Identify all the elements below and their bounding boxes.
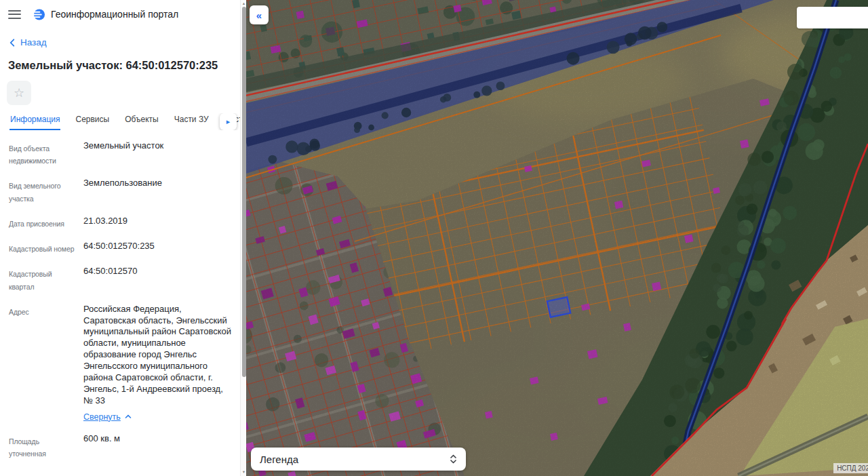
tab-objects[interactable]: Объекты	[124, 113, 159, 130]
field-row: Вид объекта недвижимости Земельный участ…	[0, 140, 240, 168]
field-row: Площадь уточненная 600 кв. м	[0, 433, 240, 461]
attributes-list: Вид объекта недвижимости Земельный участ…	[0, 140, 240, 476]
satellite-basemap	[246, 0, 868, 476]
chevron-up-down-icon	[450, 454, 457, 464]
back-label: Назад	[20, 37, 47, 47]
page-title: Земельный участок: 64:50:012570:235	[8, 59, 231, 72]
map-canvas[interactable]: « Легенда НСПД 202	[246, 0, 868, 476]
address-collapse-link[interactable]: Свернуть	[83, 412, 132, 422]
favorite-star-button[interactable]: ☆	[7, 81, 31, 105]
panel-collapse-button[interactable]: «	[250, 5, 269, 24]
scroll-down-icon[interactable]: ▼	[241, 470, 247, 474]
app-logo-icon	[33, 8, 45, 21]
menu-icon[interactable]	[8, 10, 21, 19]
field-row: Площадь декларированная -	[0, 471, 240, 476]
double-chevron-left-icon: «	[256, 9, 262, 21]
back-link[interactable]: Назад	[9, 37, 47, 47]
search-box[interactable]	[797, 7, 868, 28]
field-row: Вид земельного участка Землепользование	[0, 178, 240, 205]
star-icon: ☆	[14, 85, 24, 100]
chevron-left-icon	[9, 39, 15, 47]
tab-services[interactable]: Сервисы	[75, 113, 110, 130]
scrollbar-thumb[interactable]	[242, 7, 246, 377]
tabs-scroll-right-button[interactable]: ▸	[220, 113, 237, 130]
app-header: Геоинформационный портал	[0, 0, 240, 28]
panel-scrollbar[interactable]: ▲ ▼	[240, 0, 246, 476]
address-value: Российская Федерация, Саратовская област…	[83, 304, 231, 405]
field-row: Кадастровый номер 64:50:012570:235	[0, 241, 240, 256]
field-row-address: Адрес Российская Федерация, Саратовская …	[0, 304, 240, 423]
chevron-up-icon	[125, 414, 132, 419]
tab-parcel-parts[interactable]: Части ЗУ	[174, 113, 210, 130]
legend-bar[interactable]: Легенда	[251, 448, 466, 471]
chevron-right-icon: ▸	[226, 117, 231, 126]
scroll-up-icon[interactable]: ▲	[241, 1, 247, 5]
info-panel: Геоинформационный портал Назад Земельный…	[0, 0, 246, 476]
field-row: Дата присвоения 21.03.2019	[0, 216, 240, 231]
app-title: Геоинформационный портал	[51, 9, 178, 20]
nspd-watermark: НСПД 202	[833, 463, 868, 473]
legend-label: Легенда	[260, 454, 298, 465]
field-row: Кадастровый квартал 64:50:012570	[0, 266, 240, 294]
tab-information[interactable]: Информация	[9, 113, 60, 130]
tab-bar: Информация Сервисы Объекты Части ЗУ Сост…	[0, 113, 240, 130]
